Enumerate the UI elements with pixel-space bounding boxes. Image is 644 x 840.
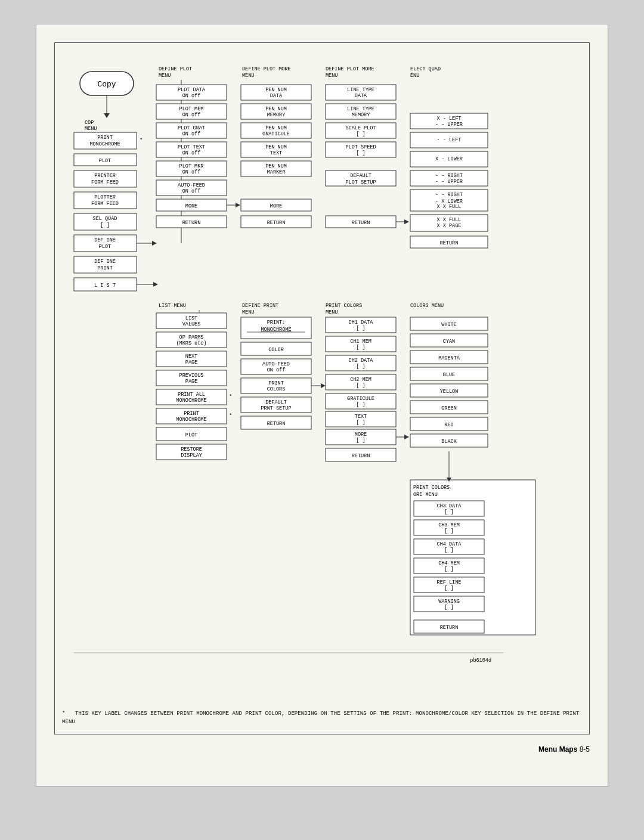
plot-grat-label: PLOT GRAT [178,125,205,131]
list-values-val: VALUES [182,321,201,327]
line-type-data-label: LINE TYPE [347,87,374,93]
plot-text-val: ON off [182,150,201,156]
copy-menu-label: COP [85,120,94,126]
default-plot-setup-val: PLOT SETUP [345,179,376,185]
list-values-label: LIST [185,315,197,321]
restore-disp-val: DISPLAY [181,452,202,458]
ref-line-val: [ ] [444,585,453,591]
print-mono-label2: MONOCHROME [89,141,120,147]
define-print-menu-title2: MENU [242,309,254,315]
plot-data-val: ON off [182,93,201,99]
black-label: BLACK [441,439,457,445]
ch1-data-label: CH1 DATA [349,320,374,326]
pen-num-data-val: DATA [270,93,283,99]
line-type-data-val: DATA [355,93,367,99]
return-2-label: RETURN [267,220,286,226]
ch1-mem-val: [ ] [356,345,365,351]
plot-speed-label: PLOT SPEED [345,144,376,150]
page-label: Menu Maps 8-5 [54,745,590,754]
more-pc-label: MORE [355,432,367,438]
pen-num-grat-label: PEN NUM [265,125,287,131]
print-all-mono-label: PRINT ALL [178,392,205,398]
footnote-text: THIS KEY LABEL CHANGES BETWEEN PRINT MON… [62,711,580,725]
define-plot-more2-title2: MENU [326,73,338,79]
graticule-label: GRATICULE [347,396,374,402]
return-1-label: RETURN [182,220,201,226]
next-page-val: PAGE [185,359,197,365]
xx-full-label: X X FULL [437,217,462,223]
pen-num-data-label: PEN NUM [265,87,287,93]
ch2-data-val: [ ] [356,364,365,370]
prev-page-val: PAGE [185,379,197,385]
return-dp-label: RETURN [267,421,286,427]
dp-default-val: PRNT SETUP [261,405,291,411]
print-colors-menu-title: PRINT COLORS [326,303,362,309]
print-colors-menu-title2: MENU [326,309,338,315]
define-print-left-label: DEF INE [94,259,116,265]
asterisk1: * [140,138,143,144]
dash-right-xlower-label: - - RIGHT [435,192,463,198]
ch4-mem-label: CH4 MEM [438,560,460,566]
more-pc-val: [ ] [356,438,365,444]
elect-quad-title2: ENU [410,73,419,79]
list-menu-title: LIST MENU [159,303,186,309]
dp-print-colors-label: PRINT [268,380,284,386]
dp-auto-feed-label: AUTO-FEED [262,361,290,367]
ch3-mem-val: [ ] [444,528,453,534]
dp-auto-feed-val: ON off [267,367,286,373]
pen-num-grat-val: GRATICULE [262,131,290,137]
define-plot-more2-title: DEFINE PLOT MORE [326,66,374,72]
svg-marker-75 [404,435,409,439]
plot-mem-label: PLOT MEM [179,106,204,112]
prev-page-label: PREVIOUS [179,373,204,379]
ch2-mem-val: [ ] [356,383,365,389]
plotter-ff-label2: FORM FEED [91,201,119,207]
scale-plot-val: [ ] [356,131,365,137]
ch4-data-label: CH4 DATA [437,541,462,547]
diagram-container: Copy COP MENU PRINT MONOCHROME * PLOT PR… [54,42,590,734]
auto-feed-val: ON off [182,188,201,194]
warning-val: [ ] [444,605,453,610]
green-label: GREEN [441,405,457,411]
red-label: RED [444,422,453,428]
copy-label: Copy [97,80,116,89]
pen-num-mem-label: PEN NUM [265,106,287,112]
elect-quad-title: ELECT QUAD [410,66,441,72]
dp-print-colors-val: COLORS [267,386,286,392]
print-mono2-val: MONOCHROME [176,417,206,423]
dash-left-label: - - LEFT [437,137,462,143]
printer-ff-label: PRINTER [94,173,116,179]
plot-data-label: PLOT DATA [178,87,206,93]
plot-mkr-label: PLOT MKR [179,163,204,169]
list-left-label: L I S T [94,283,116,289]
menu-map-diagram: Copy COP MENU PRINT MONOCHROME * PLOT PR… [62,54,599,698]
svg-marker-10 [152,241,157,246]
svg-marker-2 [104,113,110,118]
define-plot-menu-title: DEFINE PLOT [159,66,192,72]
dp-print-label: PRINT: [267,320,286,326]
define-plot-more-title: DEFINE PLOT MORE [242,66,291,72]
asterisk3: * [229,413,232,419]
plot-mkr-val: ON off [182,169,201,175]
plot-list-label: PLOT [185,432,197,438]
graticule-val: [ ] [356,402,365,408]
pen-num-marker-val: MARKER [267,169,286,175]
text-label: TEXT [355,414,367,420]
more-label: MORE [185,203,197,209]
define-plot-left-label2: PLOT [99,244,111,250]
pen-num-text-val: TEXT [270,150,282,156]
text-val: [ ] [356,420,365,426]
copy-menu-label2: MENU [85,126,97,132]
x-lower-label: X - LOWER [435,156,463,162]
pen-num-mem-val: MEMORY [267,112,286,118]
ch3-data-val: [ ] [444,509,453,515]
line-type-mem-val: MEMORY [352,112,370,118]
magenta-label: MAGENTA [438,355,460,361]
pc-more-menu-title: PRINT COLORS [413,485,450,491]
ch3-data-label: CH3 DATA [437,503,462,509]
cyan-label: CYAN [443,339,455,345]
ch4-data-val: [ ] [444,547,453,553]
return-5-label: RETURN [440,240,459,246]
plotter-ff-label: PLOTTER [94,194,116,200]
ch4-mem-val: [ ] [444,566,453,572]
